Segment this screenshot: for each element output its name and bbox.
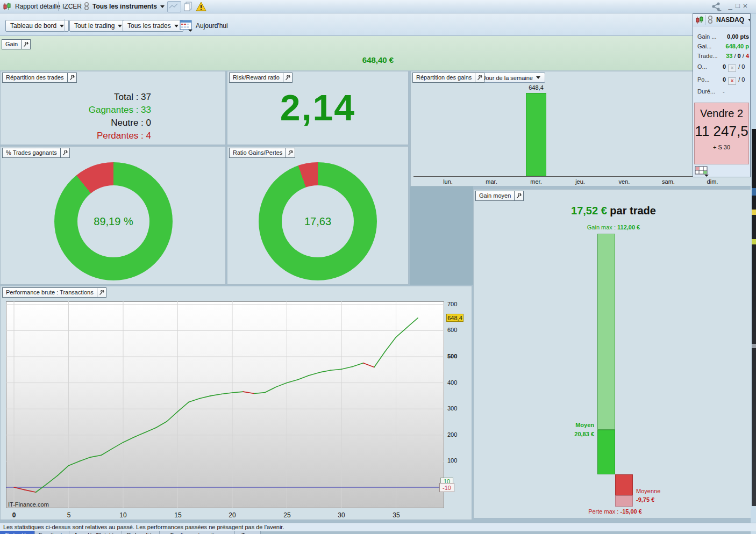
- share-icon[interactable]: [711, 2, 722, 13]
- instrument-stat-row: Duré...-: [693, 88, 751, 97]
- calendar-icon[interactable]: [180, 19, 194, 34]
- cancel-red-x-icon[interactable]: ×: [728, 77, 736, 85]
- stat-value: 648,40 p: [726, 43, 749, 49]
- perte-max-value: -15,00 €: [620, 508, 641, 515]
- instruments-dropdown-label: Tous les instruments: [92, 3, 157, 10]
- copy-report-icon[interactable]: [183, 1, 194, 13]
- repartition-trades-title-box: Répartition des trades: [2, 73, 77, 83]
- status-text: Les statistiques ci-dessus sont relative…: [3, 524, 284, 530]
- equity-svg: [6, 301, 444, 508]
- risk-reward-title: Risk/Reward ratio: [230, 73, 283, 82]
- performance-title: Performance brute : Transactions: [3, 288, 97, 297]
- instrument-header[interactable]: NASDAQ: [693, 14, 750, 26]
- gain-total-value: 648,40 €: [0, 55, 756, 64]
- weekday-label: mer.: [520, 178, 552, 185]
- stat-label: Duré...: [697, 88, 715, 95]
- warning-icon[interactable]: [196, 1, 206, 13]
- trading-scope-label: Tout le trading: [74, 22, 115, 30]
- gain-panel-title: Gain: [2, 40, 21, 49]
- sell-button[interactable]: Vendre 2 11 247,5 + S 30: [694, 103, 749, 164]
- tab-ex-cut-s[interactable]: Exécutés: [0, 531, 35, 534]
- stat-value-part: 648,40 p: [726, 43, 749, 49]
- stat-label: Gai...: [697, 43, 711, 49]
- tab-en-attente[interactable]: En attente: [35, 531, 69, 534]
- repartition-trades-title: Répartition des trades: [3, 73, 67, 82]
- chevron-down-icon: [118, 25, 122, 27]
- y-axis-label: 700: [447, 301, 469, 307]
- separator: [705, 15, 705, 25]
- order-grid-icon[interactable]: [695, 166, 709, 177]
- moyen-bar: [597, 430, 615, 474]
- close-button[interactable]: ×: [741, 2, 749, 10]
- weekday-label: mar.: [475, 178, 508, 185]
- tab-tous[interactable]: Tous: [235, 531, 261, 534]
- x-axis-label: 5: [61, 511, 77, 519]
- menu-workspace[interactable]: IZCER: [62, 0, 82, 13]
- wrench-settings-icon[interactable]: [21, 40, 30, 49]
- gain-moyen-title-box: Gain moyen: [475, 191, 524, 201]
- gain-bar: [526, 93, 546, 176]
- x-axis-label: 25: [279, 511, 295, 519]
- tab-ordres-li-s[interactable]: Ordres liés: [122, 531, 160, 534]
- stat-value-part: /: [741, 53, 746, 59]
- chevron-down-icon[interactable]: [748, 19, 751, 21]
- trading-scope-dropdown[interactable]: Tout le trading: [69, 20, 127, 32]
- ratio-donut-chart: 17,63: [259, 162, 377, 280]
- stat-value: 0×/ 0: [723, 63, 745, 72]
- separator: [58, 2, 59, 11]
- dashboard-dropdown[interactable]: Tableau de bord: [5, 20, 69, 32]
- current-value-badge: 648,4: [446, 314, 463, 322]
- repartition-gains-title-box: Répartition des gains: [412, 73, 484, 83]
- gain-max-bar: [597, 234, 615, 430]
- separator: [81, 2, 81, 11]
- cancel-disabled-x-icon[interactable]: ×: [728, 64, 736, 72]
- background-window-content: [752, 129, 756, 506]
- wrench-settings-icon[interactable]: [60, 148, 69, 157]
- x-axis-label: 15: [170, 511, 186, 519]
- trade-count-line: Gagnantes : 33: [1, 105, 151, 116]
- stat-value: 33 / 0 / 4: [726, 53, 749, 59]
- instruments-dropdown[interactable]: Tous les instruments: [92, 0, 165, 13]
- wrench-settings-icon[interactable]: [514, 191, 523, 200]
- y-axis-label: 600: [447, 327, 469, 333]
- weekday-label: lun.: [432, 178, 464, 185]
- stat-label: Po...: [697, 76, 710, 83]
- instrument-stat-row: Po...0×/ 0: [693, 76, 751, 85]
- wrench-settings-icon[interactable]: [286, 148, 295, 157]
- stat-label: Gain ...: [697, 33, 716, 40]
- menu-rapport-detaille[interactable]: Rapport détaillé: [15, 0, 60, 13]
- application-window: Rapport détaillé IZCER Tous les instrume…: [0, 0, 756, 534]
- trades-filter-label: Tous les trades: [127, 22, 171, 30]
- y-axis-label: 100: [447, 457, 469, 464]
- trades-filter-dropdown[interactable]: Tous les trades: [123, 20, 183, 32]
- link-chain-icon[interactable]: [83, 2, 90, 13]
- background-gap: [410, 186, 473, 285]
- chevron-down-icon: [160, 5, 165, 8]
- wrench-settings-icon[interactable]: [475, 73, 484, 82]
- gain-bar-value: 648,4: [520, 84, 552, 91]
- wrench-settings-icon[interactable]: [67, 73, 76, 82]
- risk-reward-panel: Risk/Reward ratio 2,14: [227, 71, 409, 145]
- background-window-strip: [751, 13, 756, 534]
- link-chain-icon[interactable]: [707, 15, 714, 27]
- risk-reward-value: 2,14: [227, 86, 408, 128]
- perte-max-bar: [615, 495, 633, 507]
- x-axis-label: 10: [115, 511, 131, 519]
- wrench-settings-icon[interactable]: [283, 73, 292, 82]
- maximize-button[interactable]: □: [734, 2, 741, 10]
- repartition-trades-panel: Répartition des trades Total : 37Gagnant…: [0, 71, 226, 145]
- stat-value-part: 33: [726, 53, 732, 59]
- trade-count-line: Perdantes : 4: [1, 131, 151, 141]
- stat-value: -: [723, 88, 725, 95]
- minimize-button[interactable]: _: [726, 2, 734, 10]
- sell-action-label: Vendre 2: [695, 107, 748, 120]
- wrench-settings-icon[interactable]: [97, 288, 106, 297]
- toolbar: Tableau de bord Tout le trading Tous les…: [0, 13, 756, 36]
- watermark: IT-Finance.com: [8, 501, 49, 508]
- background-fragment: [752, 344, 756, 348]
- tab-trading-automatique[interactable]: Trading automatique: [160, 531, 235, 534]
- y-axis-label: 500: [447, 353, 469, 359]
- tab-annul-s-rejet-s[interactable]: Annulés/Rejetés: [69, 531, 122, 534]
- chart-view-button[interactable]: [167, 1, 181, 12]
- gain-panel-title-box: Gain: [2, 39, 31, 49]
